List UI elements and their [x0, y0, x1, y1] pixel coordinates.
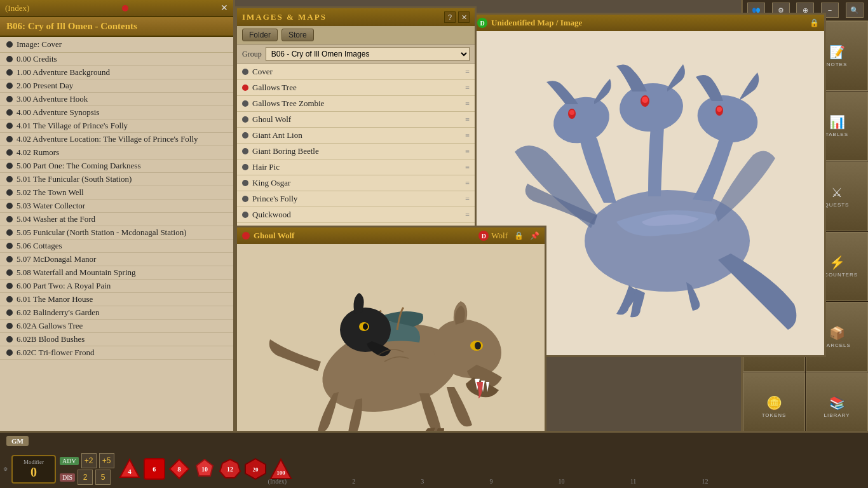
- sidebar-list-item[interactable]: 5.02 The Town Well: [0, 186, 233, 200]
- drag-handle-icon[interactable]: ≡: [465, 99, 470, 109]
- sidebar-list-item[interactable]: 6.00 Part Two: A Royal Pain: [0, 280, 233, 293]
- sidebar-list-item[interactable]: 4.02 Rumors: [0, 146, 233, 159]
- list-label: 5.00 Part One: The Coming Darkness: [17, 161, 140, 171]
- adv-plus5-btn[interactable]: +5: [99, 453, 114, 468]
- group-select[interactable]: B06 - Cry of Ill Omen Images: [266, 47, 470, 61]
- images-list-item[interactable]: Gallows Tree Zombie≡: [237, 96, 475, 112]
- page-num[interactable]: 12: [702, 478, 708, 485]
- drag-handle-icon[interactable]: ≡: [465, 115, 470, 125]
- sidebar-list-item[interactable]: 6.02B Blood Bushes: [0, 333, 233, 346]
- sidebar-index-btn[interactable]: (Index): [5, 3, 29, 13]
- list-label: 6.02A Gallows Tree: [17, 321, 83, 331]
- sidebar-list-item[interactable]: 6.02C Tri-flower Frond: [0, 346, 233, 360]
- die-d6[interactable]: 6: [144, 458, 165, 480]
- settings-icon[interactable]: ⚙: [3, 466, 8, 472]
- svg-text:8: 8: [177, 465, 181, 473]
- cover-label: Image: Cover: [17, 39, 62, 50]
- images-list-item[interactable]: Cover≡: [237, 64, 475, 80]
- img-dot: [242, 132, 248, 139]
- sidebar-close-btn[interactable]: ✕: [220, 3, 228, 13]
- sidebar-list-item[interactable]: 5.03 Water Collector: [0, 200, 233, 213]
- ghoul-img-area: artist: [237, 244, 545, 447]
- sidebar-list-item[interactable]: 5.04 Washer at the Ford: [0, 213, 233, 226]
- drag-handle-icon[interactable]: ≡: [465, 179, 470, 188]
- drag-handle-icon[interactable]: ≡: [465, 194, 470, 204]
- dragon-titlebar[interactable]: D Unidentified Map / Image 🔒: [472, 15, 824, 31]
- images-list-item[interactable]: Prince's Folly≡: [237, 191, 475, 207]
- sidebar-list-item[interactable]: 1.00 Adventure Background: [0, 66, 233, 79]
- bottom-bar: GM ⚙ Modifier 0 ADV +2 +5 DIS 2 5: [0, 431, 868, 488]
- images-list-item[interactable]: King Osgar≡: [237, 175, 475, 191]
- page-num[interactable]: 10: [559, 478, 565, 485]
- page-num[interactable]: 11: [630, 478, 637, 485]
- images-list[interactable]: Cover≡Gallows Tree≡Gallows Tree Zombie≡G…: [237, 64, 475, 229]
- list-label: 2.00 Present Day: [17, 81, 73, 91]
- img-label: Giant Ant Lion: [252, 130, 302, 140]
- die-d20[interactable]: 20: [244, 458, 267, 480]
- sidebar-cover-item[interactable]: Image: Cover: [0, 37, 233, 53]
- drag-handle-icon[interactable]: ≡: [465, 67, 470, 77]
- store-btn[interactable]: Store: [281, 29, 314, 41]
- sidebar-list-item[interactable]: 4.02 Adventure Location: The Village of …: [0, 133, 233, 146]
- dis-minus5-btn[interactable]: 5: [95, 470, 111, 485]
- die-d10[interactable]: 10: [193, 458, 216, 480]
- list-dot: [6, 149, 13, 156]
- sidebar-scroll[interactable]: 0.00 Credits1.00 Adventure Background2.0…: [0, 53, 233, 469]
- ghoul-status-dot: [242, 232, 250, 240]
- images-window-titlebar[interactable]: IMAGES & MAPS ? ✕: [237, 8, 475, 26]
- die-d8[interactable]: 8: [168, 458, 191, 480]
- die-d4[interactable]: 4: [118, 458, 141, 480]
- page-num[interactable]: 2: [352, 478, 355, 485]
- img-label: Prince's Folly: [252, 194, 297, 204]
- list-label: 5.07 McDonagal Manor: [17, 254, 96, 264]
- sidebar-list-item[interactable]: 5.00 Part One: The Coming Darkness: [0, 159, 233, 173]
- images-close-btn[interactable]: ✕: [458, 11, 470, 23]
- sidebar-list-item[interactable]: 4.00 Adventure Synopsis: [0, 106, 233, 119]
- drag-handle-icon[interactable]: ≡: [465, 163, 470, 172]
- sidebar-list-item[interactable]: 5.08 Waterfall and Mountain Spring: [0, 266, 233, 280]
- sidebar-list-item[interactable]: 6.02A Gallows Tree: [0, 320, 233, 333]
- sidebar-list-item[interactable]: 6.02 Balinderry's Garden: [0, 306, 233, 320]
- sidebar-list-item[interactable]: 5.01 The Funicular (South Station): [0, 173, 233, 186]
- top-icon-btn-4[interactable]: 🔍: [846, 3, 864, 18]
- dis-minus2-btn[interactable]: 2: [78, 470, 93, 485]
- images-list-item[interactable]: Hair Pic≡: [237, 159, 475, 175]
- drag-handle-icon[interactable]: ≡: [465, 83, 470, 93]
- images-help-btn[interactable]: ?: [444, 11, 456, 23]
- page-numbers: (Index)239101112: [235, 478, 741, 485]
- page-num[interactable]: 9: [489, 478, 492, 485]
- sidebar-list-item[interactable]: 5.07 McDonagal Manor: [0, 253, 233, 266]
- cover-dot: [6, 41, 13, 48]
- images-list-item[interactable]: Quickwood≡: [237, 207, 475, 223]
- right-btn-icon: ⚔: [831, 185, 843, 200]
- ghoul-titlebar[interactable]: Ghoul Wolf D Wolf 🔒 📌: [237, 227, 545, 244]
- sidebar-list-item[interactable]: 6.01 The Manor House: [0, 293, 233, 306]
- folder-btn[interactable]: Folder: [242, 29, 278, 41]
- images-list-item[interactable]: Ghoul Wolf≡: [237, 112, 475, 128]
- die-d12[interactable]: 12: [219, 458, 241, 480]
- sidebar-list-item[interactable]: 5.06 Cottages: [0, 240, 233, 253]
- drag-handle-icon[interactable]: ≡: [465, 131, 470, 140]
- page-num[interactable]: (Index): [268, 478, 287, 485]
- images-list-item[interactable]: Giant Boring Beetle≡: [237, 144, 475, 159]
- img-label: Gallows Tree: [252, 83, 297, 93]
- adv-plus2-btn[interactable]: +2: [81, 453, 97, 468]
- list-dot: [6, 109, 13, 116]
- images-list-item[interactable]: Gallows Tree≡: [237, 80, 475, 96]
- dice-container: 4 6 8 10: [118, 458, 292, 480]
- images-list-item[interactable]: Giant Ant Lion≡: [237, 128, 475, 144]
- die-d100[interactable]: 100: [269, 458, 292, 480]
- wolf-d-badge: D: [478, 231, 489, 241]
- list-label: 6.01 The Manor House: [17, 294, 93, 304]
- list-label: 5.02 The Town Well: [17, 187, 84, 198]
- img-dot: [242, 180, 248, 186]
- sidebar-list-item[interactable]: 2.00 Present Day: [0, 79, 233, 93]
- sidebar-list-item[interactable]: 4.01 The Village of Prince's Folly: [0, 119, 233, 133]
- page-num[interactable]: 3: [421, 478, 424, 485]
- sidebar-list-item[interactable]: 5.05 Funicular (North Station - Mcdonaga…: [0, 226, 233, 240]
- list-dot: [6, 336, 13, 342]
- sidebar-list-item[interactable]: 3.00 Adventure Hook: [0, 93, 233, 106]
- sidebar-list-item[interactable]: 0.00 Credits: [0, 53, 233, 66]
- drag-handle-icon[interactable]: ≡: [465, 210, 470, 220]
- drag-handle-icon[interactable]: ≡: [465, 147, 470, 156]
